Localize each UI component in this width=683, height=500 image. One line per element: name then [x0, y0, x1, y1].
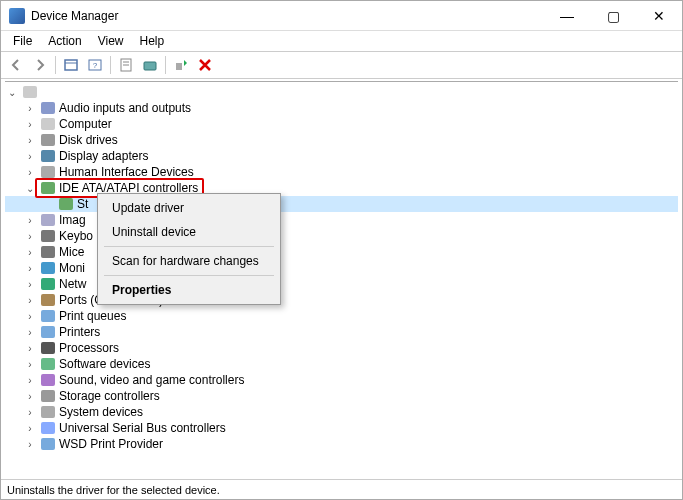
context-separator: [104, 246, 274, 247]
app-icon: [9, 8, 25, 24]
toolbar-separator-3: [165, 56, 166, 74]
tree-item-label: System devices: [59, 405, 143, 419]
context-scan-hardware[interactable]: Scan for hardware changes: [100, 249, 278, 273]
tree-item-storage-controllers[interactable]: › Storage controllers: [5, 388, 678, 404]
status-text: Uninstalls the driver for the selected d…: [7, 484, 220, 496]
tree-item-disk-drives[interactable]: › Disk drives: [5, 132, 678, 148]
tree-root[interactable]: ⌄: [5, 84, 678, 100]
tree-item-printers[interactable]: › Printers: [5, 324, 678, 340]
context-properties[interactable]: Properties: [100, 278, 278, 302]
chevron-right-icon[interactable]: ›: [23, 357, 37, 371]
tree-item-label: St: [77, 197, 88, 211]
software-icon: [40, 356, 56, 372]
chevron-right-icon[interactable]: ›: [23, 229, 37, 243]
tree-item-label: Mice: [59, 245, 84, 259]
context-menu: Update driver Uninstall device Scan for …: [97, 193, 281, 305]
tree-item-label: Moni: [59, 261, 85, 275]
enable-device-button[interactable]: [170, 54, 192, 76]
context-separator-2: [104, 275, 274, 276]
imaging-icon: [40, 212, 56, 228]
context-update-driver[interactable]: Update driver: [100, 196, 278, 220]
tree-item-system-devices[interactable]: › System devices: [5, 404, 678, 420]
tree-item-computer[interactable]: › Computer: [5, 116, 678, 132]
tree-item-label: Processors: [59, 341, 119, 355]
properties-button[interactable]: [115, 54, 137, 76]
chevron-right-icon[interactable]: ›: [23, 277, 37, 291]
close-button[interactable]: ✕: [636, 1, 682, 31]
minimize-button[interactable]: —: [544, 1, 590, 31]
titlebar: Device Manager — ▢ ✕: [1, 1, 682, 31]
chevron-right-icon[interactable]: ›: [23, 309, 37, 323]
chevron-right-icon[interactable]: ›: [23, 373, 37, 387]
chevron-right-icon[interactable]: ›: [23, 437, 37, 451]
computer-icon: [22, 84, 38, 100]
menu-action[interactable]: Action: [40, 32, 89, 50]
menu-help[interactable]: Help: [132, 32, 173, 50]
tree-item-print-queues[interactable]: › Print queues: [5, 308, 678, 324]
tree-item-label: Sound, video and game controllers: [59, 373, 244, 387]
chevron-right-icon[interactable]: ›: [23, 133, 37, 147]
tree-item-usb[interactable]: › Universal Serial Bus controllers: [5, 420, 678, 436]
ide-icon: [58, 196, 74, 212]
chevron-right-icon[interactable]: ›: [23, 293, 37, 307]
show-hide-console-button[interactable]: [60, 54, 82, 76]
toolbar-separator-2: [110, 56, 111, 74]
chevron-right-icon[interactable]: ›: [23, 405, 37, 419]
system-icon: [40, 404, 56, 420]
tree-item-sound-video[interactable]: › Sound, video and game controllers: [5, 372, 678, 388]
back-button[interactable]: [5, 54, 27, 76]
context-uninstall-device[interactable]: Uninstall device: [100, 220, 278, 244]
ide-icon: [40, 180, 56, 196]
chevron-down-icon[interactable]: ⌄: [5, 85, 19, 99]
svg-rect-7: [144, 62, 156, 70]
window-title: Device Manager: [31, 9, 544, 23]
tree-item-label: Keybo: [59, 229, 93, 243]
menu-file[interactable]: File: [5, 32, 40, 50]
tree-item-label: Disk drives: [59, 133, 118, 147]
tree-item-label: Universal Serial Bus controllers: [59, 421, 226, 435]
usb-icon: [40, 420, 56, 436]
chevron-right-icon[interactable]: ›: [23, 117, 37, 131]
help-button[interactable]: ?: [84, 54, 106, 76]
display-icon: [40, 148, 56, 164]
tree-item-audio[interactable]: › Audio inputs and outputs: [5, 100, 678, 116]
print-queue-icon: [40, 308, 56, 324]
toolbar-separator: [55, 56, 56, 74]
cpu-icon: [40, 340, 56, 356]
wsd-icon: [40, 436, 56, 452]
tree-item-label: Display adapters: [59, 149, 148, 163]
tree-item-wsd[interactable]: › WSD Print Provider: [5, 436, 678, 452]
uninstall-device-button[interactable]: [194, 54, 216, 76]
tree-item-software-devices[interactable]: › Software devices: [5, 356, 678, 372]
chevron-blank: [41, 197, 55, 211]
chevron-right-icon[interactable]: ›: [23, 245, 37, 259]
computer-icon: [40, 116, 56, 132]
tree-item-label: WSD Print Provider: [59, 437, 163, 451]
tree-item-processors[interactable]: › Processors: [5, 340, 678, 356]
menu-view[interactable]: View: [90, 32, 132, 50]
chevron-right-icon[interactable]: ›: [23, 149, 37, 163]
forward-button[interactable]: [29, 54, 51, 76]
svg-rect-0: [65, 60, 77, 70]
chevron-right-icon[interactable]: ›: [23, 389, 37, 403]
port-icon: [40, 292, 56, 308]
tree-item-label: Software devices: [59, 357, 150, 371]
mouse-icon: [40, 244, 56, 260]
statusbar: Uninstalls the driver for the selected d…: [1, 479, 682, 499]
tree-item-display-adapters[interactable]: › Display adapters: [5, 148, 678, 164]
chevron-right-icon[interactable]: ›: [23, 101, 37, 115]
chevron-right-icon[interactable]: ›: [23, 213, 37, 227]
chevron-right-icon[interactable]: ›: [23, 341, 37, 355]
chevron-right-icon[interactable]: ›: [23, 165, 37, 179]
maximize-button[interactable]: ▢: [590, 1, 636, 31]
update-driver-button[interactable]: [139, 54, 161, 76]
chevron-right-icon[interactable]: ›: [23, 325, 37, 339]
chevron-right-icon[interactable]: ›: [23, 421, 37, 435]
chevron-right-icon[interactable]: ›: [23, 261, 37, 275]
toolbar: ?: [1, 51, 682, 79]
disk-icon: [40, 132, 56, 148]
tree-item-label: Printers: [59, 325, 100, 339]
tree-item-label: Audio inputs and outputs: [59, 101, 191, 115]
tree-item-label: Netw: [59, 277, 86, 291]
tree-item-label: Imag: [59, 213, 86, 227]
